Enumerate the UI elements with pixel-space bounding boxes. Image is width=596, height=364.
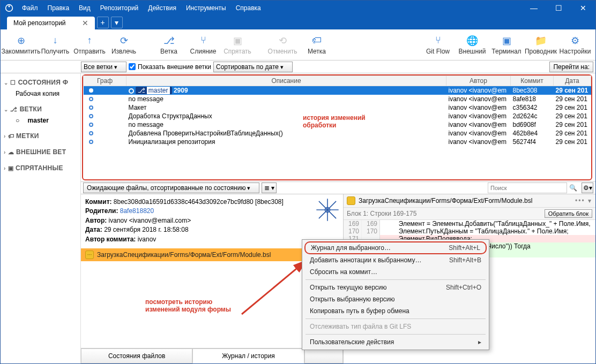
menu-repo[interactable]: Репозиторий (96, 2, 143, 14)
menu-edit[interactable]: Правка (43, 2, 74, 14)
toolbar: ⊕Закоммитить ↓Получить ↑Отправить ⟳Извле… (1, 29, 595, 60)
revert-block-button[interactable]: Обратить блок (545, 209, 592, 218)
stash-icon: ▣ (232, 35, 243, 47)
branch-filter-dropdown[interactable]: Все ветки ▾ (81, 62, 126, 72)
file-status-icon (347, 196, 355, 205)
pending-sort-dropdown[interactable]: Ожидающие файлы, отсортированные по сост… (83, 183, 259, 193)
ctx-annotate[interactable]: Добавить аннотации к выбранному…Shift+Al… (302, 254, 489, 266)
avatar-icon (315, 198, 340, 222)
col-author[interactable]: Автор (446, 76, 511, 86)
tag-button[interactable]: 🏷Метка (300, 31, 334, 59)
branch-icon: ⎇ (163, 35, 175, 47)
diff-file-header: ЗагрузкаСпецификации/Forms/Форма/Ext/For… (344, 194, 595, 208)
settings-button[interactable]: ⚙Настройки (558, 31, 592, 59)
commit-row[interactable]: Инициализация репозиторияivanov <ivanov@… (84, 138, 591, 146)
diff-block-header: Блок 1: Строки 169-175 Обратить блок (344, 208, 595, 220)
discard-icon: ⟲ (277, 35, 288, 47)
ctx-log-selected[interactable]: Журнал для выбранного…Shift+Alt+L (304, 241, 487, 254)
show-remote-checkbox[interactable]: Показать внешние ветки (129, 63, 211, 71)
minimize-button[interactable]: — (522, 1, 546, 16)
file-path: ЗагрузкаСпецификации/Forms/Форма/Ext/For… (97, 251, 271, 259)
menu-tools[interactable]: Инструменты (182, 2, 230, 14)
commit-row[interactable]: no messageivanov <ivanov@embd6908f29 сен… (84, 120, 591, 129)
pull-button[interactable]: ↓Получить (38, 31, 72, 59)
tab-search[interactable] (304, 348, 343, 363)
remote-button[interactable]: 🌐Внешний (455, 31, 489, 59)
sort-dropdown[interactable]: Сортировать по дате ▾ (213, 62, 293, 72)
parent-link[interactable]: 8afe818820 (120, 207, 154, 215)
fetch-icon: ⟳ (118, 35, 130, 47)
search-icon[interactable]: 🔍 (569, 184, 577, 192)
sidebar-group-stashes[interactable]: ›▣ СПРЯТАННЫЕ (1, 162, 80, 174)
sidebar-item-master[interactable]: ○ master (1, 115, 80, 126)
col-graph[interactable]: Граф (84, 76, 126, 86)
gear-icon: ⚙ (569, 35, 581, 47)
menu-view[interactable]: Вид (74, 2, 95, 14)
search-input[interactable] (488, 183, 567, 193)
goto-button[interactable]: Перейти на: (549, 62, 593, 72)
ctx-custom-actions[interactable]: Пользовательские действия▸ (302, 336, 489, 348)
new-tab-button[interactable]: + (97, 17, 109, 28)
explorer-icon: 📁 (535, 35, 547, 47)
titlebar: Файл Правка Вид Репозиторий Действия Инс… (1, 1, 595, 16)
close-button[interactable]: ✕ (571, 1, 595, 16)
sidebar-group-branches[interactable]: ⌄⎇ ВЕТКИ (1, 103, 80, 115)
ctx-lfs: Отслеживать тип файла в Git LFS (302, 321, 489, 332)
col-date[interactable]: Дата (554, 76, 591, 86)
sidebar-group-filestatus[interactable]: ⌄☐ СОСТОЯНИЯ Ф (1, 77, 80, 88)
merge-button[interactable]: ⑂Слияние (186, 31, 220, 59)
close-icon[interactable]: ✕ (82, 19, 88, 27)
stash-button[interactable]: ▣Спрятать (220, 31, 255, 59)
commit-row[interactable]: Доработка СтруктраДанныхivanov <ivanov@e… (84, 112, 591, 120)
ctx-copy-path[interactable]: Копировать путь в буфер обмена (302, 305, 489, 317)
app-logo-icon (4, 3, 14, 13)
menu-file[interactable]: Файл (18, 2, 42, 14)
col-commit[interactable]: Коммит (511, 76, 554, 86)
filter-bar: Все ветки ▾ Показать внешние ветки Сорти… (1, 60, 595, 73)
tab-dropdown-button[interactable]: ▾ (111, 17, 123, 28)
terminal-button[interactable]: ▣Терминал (489, 31, 524, 59)
menu-actions[interactable]: Действия (144, 2, 181, 14)
commit-row[interactable]: Добавлена ПроверитьНастройкиВТаблицеДанн… (84, 129, 591, 138)
commit-row[interactable]: ⎇ master 2909ivanov <ivanov@em8bec30829 … (84, 86, 591, 95)
tab-filestatus[interactable]: Состояния файлов (81, 348, 192, 363)
explorer-button[interactable]: 📁Проводник (524, 31, 558, 59)
branch-button[interactable]: ⎇Ветка (152, 31, 186, 59)
options-gear-button[interactable]: ⚙▾ (582, 183, 593, 193)
pull-icon: ↓ (49, 35, 61, 47)
commit-icon: ⊕ (15, 35, 27, 47)
main-menu: Файл Правка Вид Репозиторий Действия Инс… (18, 2, 265, 14)
discard-button[interactable]: ⟲Отменить (265, 31, 300, 59)
commit-row[interactable]: no messageivanov <ivanov@em8afe81829 сен… (84, 95, 591, 103)
sidebar-group-remotes[interactable]: ›☁ ВНЕШНИЕ ВЕТ (1, 146, 80, 158)
tag-icon: 🏷 (311, 35, 323, 47)
fetch-button[interactable]: ⟳Извлечь (107, 31, 141, 59)
col-desc[interactable]: Описание (126, 76, 446, 86)
tab-log[interactable]: Журнал / история (192, 348, 304, 363)
commit-row[interactable]: Макетivanov <ivanov@emc35634229 сен 201 (84, 103, 591, 112)
remote-icon: 🌐 (466, 35, 478, 47)
gitflow-button[interactable]: ⑂Git Flow (421, 31, 455, 59)
sidebar-item-workingcopy[interactable]: Рабочая копия (1, 88, 80, 99)
context-menu: Журнал для выбранного…Shift+Alt+L Добави… (302, 239, 489, 350)
view-mode-button[interactable]: ≣ ▾ (262, 183, 277, 193)
ctx-open-selected[interactable]: Открыть выбранную версию (302, 293, 489, 305)
history-table[interactable]: Граф Описание Автор Коммит Дата ⎇ master… (83, 75, 591, 146)
repo-tab[interactable]: Мой репозиторий ✕ (7, 17, 95, 29)
repo-tabbar: Мой репозиторий ✕ + ▾ (1, 16, 595, 29)
svg-point-1 (8, 5, 10, 7)
ctx-reset[interactable]: Сбросить на коммит… (302, 266, 489, 278)
sidebar-group-tags[interactable]: ›🏷 МЕТКИ (1, 130, 80, 142)
terminal-icon: ▣ (501, 35, 512, 47)
menu-help[interactable]: Справка (232, 2, 265, 14)
maximize-button[interactable]: ☐ (546, 1, 571, 16)
repo-tab-title: Мой репозиторий (13, 19, 66, 27)
gitflow-icon: ⑂ (432, 35, 444, 47)
push-button[interactable]: ↑Отправить (72, 31, 107, 59)
bottom-tabs: Состояния файлов Журнал / история (81, 348, 343, 363)
file-status-icon: ··· (85, 251, 94, 259)
merge-icon: ⑂ (197, 35, 209, 47)
commit-button[interactable]: ⊕Закоммитить (4, 31, 38, 59)
diff-options-button[interactable]: ••• ▾ (575, 197, 592, 204)
ctx-open-current[interactable]: Открыть текущую версиюShift+Ctrl+O (302, 282, 489, 293)
